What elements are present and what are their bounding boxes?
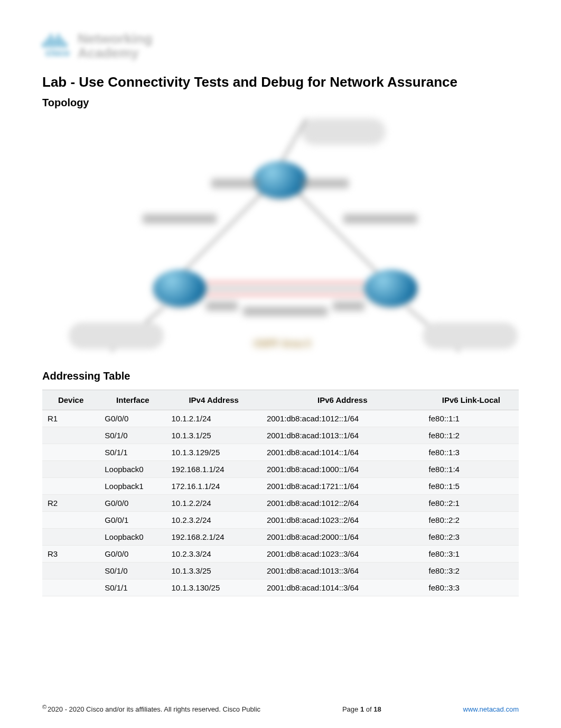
topology-diagram: OSPF Area 0 <box>42 116 519 354</box>
cell-ipv6: 2001:db8:acad:1014::3/64 <box>261 579 424 596</box>
table-row: R2G0/0/010.1.2.2/242001:db8:acad:1012::2… <box>42 494 519 511</box>
cell-ipv6-ll: fe80::3:3 <box>424 579 519 596</box>
page-footer: 2020 - 2020 Cisco and/or its affiliates.… <box>42 704 519 713</box>
section-addressing: Addressing Table <box>42 370 519 382</box>
table-row: S0/1/110.1.3.130/252001:db8:acad:1014::3… <box>42 579 519 596</box>
cell-interface: G0/0/0 <box>99 494 166 511</box>
cell-ipv4: 10.1.2.1/24 <box>166 410 261 427</box>
page-title: Lab - Use Connectivity Tests and Debug f… <box>42 74 519 90</box>
cell-ipv6-ll: fe80::1:5 <box>424 477 519 494</box>
table-row: R3G0/0/010.2.3.3/242001:db8:acad:1023::3… <box>42 545 519 562</box>
cell-ipv6: 2001:db8:acad:1721::1/64 <box>261 477 424 494</box>
cell-interface: Loopback0 <box>99 528 166 545</box>
cell-interface: S0/1/1 <box>99 579 166 596</box>
brand-line1: Networking <box>78 32 153 46</box>
cell-device: R3 <box>42 545 99 562</box>
cell-ipv6: 2001:db8:acad:1023::2/64 <box>261 511 424 528</box>
router-icon <box>364 270 417 307</box>
table-row: S0/1/010.1.3.1/252001:db8:acad:1013::1/6… <box>42 427 519 444</box>
cell-device <box>42 460 99 477</box>
cell-ipv4: 10.1.3.1/25 <box>166 427 261 444</box>
table-row: S0/1/010.1.3.3/252001:db8:acad:1013::3/6… <box>42 562 519 579</box>
cloud-icon <box>423 322 518 349</box>
table-header-row: Device Interface IPv4 Address IPv6 Addre… <box>42 390 519 410</box>
cell-interface: G0/0/1 <box>99 511 166 528</box>
col-ipv4: IPv4 Address <box>166 390 261 410</box>
cell-ipv6: 2001:db8:acad:1023::3/64 <box>261 545 424 562</box>
cell-ipv6-ll: fe80::1:3 <box>424 444 519 460</box>
cloud-icon <box>69 322 164 349</box>
page-indicator: Page 1 of 18 <box>342 705 381 713</box>
table-row: Loopback1172.16.1.1/242001:db8:acad:1721… <box>42 477 519 494</box>
cell-ipv6-ll: fe80::1:2 <box>424 427 519 444</box>
page-mid: of <box>364 705 373 713</box>
col-device: Device <box>42 390 99 410</box>
router-icon <box>153 270 206 307</box>
cell-ipv4: 10.1.3.3/25 <box>166 562 261 579</box>
col-ipv6-linklocal: IPv6 Link-Local <box>424 390 519 410</box>
router-icon <box>254 161 306 198</box>
ospf-area-label: OSPF Area 0 <box>254 338 311 349</box>
cell-ipv4: 10.1.3.130/25 <box>166 579 261 596</box>
cell-ipv6-ll: fe80::1:4 <box>424 460 519 477</box>
table-row: R1G0/0/010.1.2.1/242001:db8:acad:1012::1… <box>42 410 519 427</box>
cell-ipv4: 10.2.3.3/24 <box>166 545 261 562</box>
brand-text: Networking Academy <box>78 32 153 61</box>
cell-device <box>42 427 99 444</box>
brand-logo: cisco Networking Academy <box>42 32 519 61</box>
cell-interface: G0/0/0 <box>99 545 166 562</box>
table-row: Loopback0192.168.2.1/242001:db8:acad:200… <box>42 528 519 545</box>
netacad-link[interactable]: www.netacad.com <box>463 705 519 713</box>
cell-interface: S0/1/0 <box>99 562 166 579</box>
table-row: S0/1/110.1.3.129/252001:db8:acad:1014::1… <box>42 444 519 460</box>
cell-device <box>42 511 99 528</box>
cell-ipv4: 10.1.2.2/24 <box>166 494 261 511</box>
cell-ipv4: 10.2.3.2/24 <box>166 511 261 528</box>
cell-interface: S0/1/1 <box>99 444 166 460</box>
cell-ipv4: 192.168.1.1/24 <box>166 460 261 477</box>
cell-ipv6: 2001:db8:acad:1012::2/64 <box>261 494 424 511</box>
cell-ipv6-ll: fe80::2:1 <box>424 494 519 511</box>
cisco-word: cisco <box>45 48 70 59</box>
cell-interface: S0/1/0 <box>99 427 166 444</box>
cell-ipv6-ll: fe80::1:1 <box>424 410 519 427</box>
cell-ipv6-ll: fe80::2:3 <box>424 528 519 545</box>
cisco-bars-icon: cisco <box>42 34 70 59</box>
brand-line2: Academy <box>78 46 153 60</box>
col-ipv6: IPv6 Address <box>261 390 424 410</box>
cell-interface: Loopback0 <box>99 460 166 477</box>
cell-device <box>42 528 99 545</box>
section-topology: Topology <box>42 97 519 109</box>
cell-ipv6-ll: fe80::3:1 <box>424 545 519 562</box>
cell-ipv6: 2001:db8:acad:1000::1/64 <box>261 460 424 477</box>
cell-ipv6: 2001:db8:acad:2000::1/64 <box>261 528 424 545</box>
cell-device: R2 <box>42 494 99 511</box>
cell-ipv6: 2001:db8:acad:1013::1/64 <box>261 427 424 444</box>
page-label-pre: Page <box>342 705 360 713</box>
cell-device: R1 <box>42 410 99 427</box>
page-total: 18 <box>373 705 381 713</box>
cell-interface: Loopback1 <box>99 477 166 494</box>
cell-device <box>42 444 99 460</box>
cloud-icon <box>301 118 386 145</box>
cell-ipv4: 10.1.3.129/25 <box>166 444 261 460</box>
cell-ipv6-ll: fe80::2:2 <box>424 511 519 528</box>
cell-ipv6: 2001:db8:acad:1013::3/64 <box>261 562 424 579</box>
cell-device <box>42 477 99 494</box>
cell-interface: G0/0/0 <box>99 410 166 427</box>
cell-ipv4: 192.168.2.1/24 <box>166 528 261 545</box>
col-interface: Interface <box>99 390 166 410</box>
cell-device <box>42 562 99 579</box>
addressing-table: Device Interface IPv4 Address IPv6 Addre… <box>42 390 519 596</box>
cell-ipv6-ll: fe80::3:2 <box>424 562 519 579</box>
table-row: Loopback0192.168.1.1/242001:db8:acad:100… <box>42 460 519 477</box>
table-row: G0/0/110.2.3.2/242001:db8:acad:1023::2/6… <box>42 511 519 528</box>
cell-ipv4: 172.16.1.1/24 <box>166 477 261 494</box>
cell-device <box>42 579 99 596</box>
cell-ipv6: 2001:db8:acad:1014::1/64 <box>261 444 424 460</box>
page: cisco Networking Academy Lab - Use Conne… <box>0 0 561 728</box>
copyright-text: 2020 - 2020 Cisco and/or its affiliates.… <box>42 704 260 713</box>
cell-ipv6: 2001:db8:acad:1012::1/64 <box>261 410 424 427</box>
